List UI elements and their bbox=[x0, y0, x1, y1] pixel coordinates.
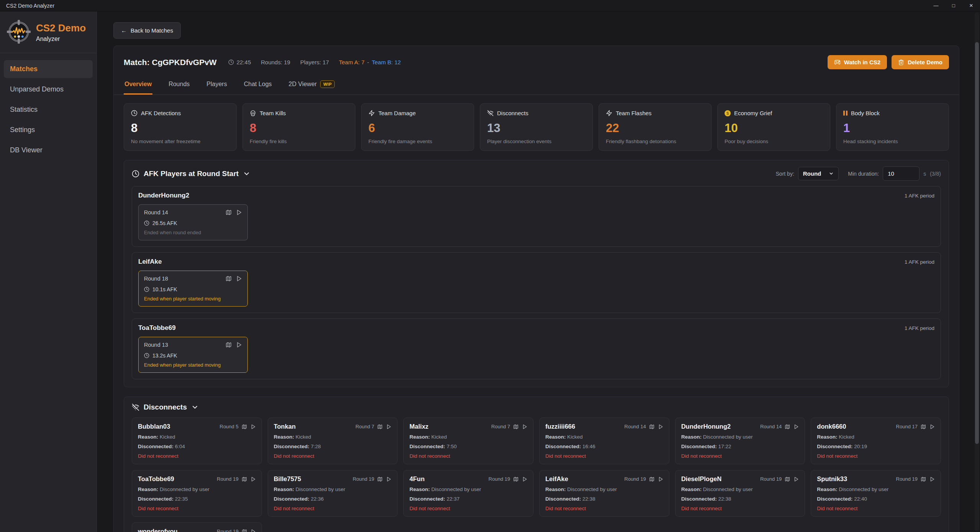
watch-button-label: Watch in CS2 bbox=[844, 59, 880, 65]
play-icon[interactable] bbox=[236, 276, 242, 282]
match-duration: 22:45 bbox=[228, 59, 251, 65]
watch-in-cs2-button[interactable]: Watch in CS2 bbox=[828, 55, 887, 69]
tab-bar: Overview Rounds Players Chat Logs 2D Vie… bbox=[114, 75, 959, 95]
map-icon[interactable] bbox=[377, 477, 383, 482]
afk-ended-reason: Ended when round ended bbox=[144, 230, 242, 235]
map-icon[interactable] bbox=[242, 529, 247, 532]
delete-button-label: Delete Demo bbox=[908, 59, 942, 65]
wip-badge: WIP bbox=[320, 80, 335, 88]
map-icon[interactable] bbox=[921, 424, 926, 429]
afk-section-title-wrap[interactable]: AFK Players at Round Start bbox=[132, 170, 776, 178]
play-icon[interactable] bbox=[929, 424, 935, 429]
disconnect-card: DunderHonung2 Round 14 Reason: Disconnec… bbox=[675, 418, 805, 464]
map-icon[interactable] bbox=[921, 477, 926, 482]
afk-player-name: ToaTobbe69 bbox=[138, 324, 176, 332]
play-icon[interactable] bbox=[658, 477, 663, 482]
disconnect-player-name: fuzziiii666 bbox=[545, 423, 621, 430]
disconnect-player-name: Tonkan bbox=[274, 423, 353, 430]
afk-period-card: Round 14 26.5s AFK bbox=[138, 204, 248, 240]
back-to-matches-button[interactable]: ← Back to Matches bbox=[113, 22, 181, 39]
disconnect-time: Disconnected: 7:50 bbox=[409, 444, 527, 449]
disconnect-reason: Reason: Kicked bbox=[138, 434, 256, 440]
disconnect-player-name: DunderHonung2 bbox=[681, 423, 757, 430]
map-icon[interactable] bbox=[226, 276, 232, 282]
play-icon[interactable] bbox=[793, 477, 799, 482]
play-icon[interactable] bbox=[386, 477, 391, 482]
map-icon[interactable] bbox=[226, 342, 232, 348]
map-icon[interactable] bbox=[242, 424, 247, 429]
afk-group: ToaTobbe69 1 AFK period Round 13 bbox=[132, 318, 941, 379]
disconnect-status: Did not reconnect bbox=[409, 453, 527, 459]
disconnect-card: DieselPlogeN Round 19 Reason: Disconnect… bbox=[675, 470, 805, 517]
disconnect-player-name: Sputnik33 bbox=[817, 475, 893, 483]
tab-players[interactable]: Players bbox=[206, 75, 227, 95]
disconnects-section-title-wrap[interactable]: Disconnects bbox=[132, 403, 941, 411]
disconnect-card: donk6660 Round 17 Reason: Kicked Disconn… bbox=[811, 418, 941, 464]
sidebar-item-settings[interactable]: Settings bbox=[4, 121, 93, 139]
map-icon[interactable] bbox=[649, 477, 654, 482]
disconnect-round: Round 14 bbox=[624, 424, 646, 429]
afk-controls: Sort by: Round Min duration: s (3/8) bbox=[776, 166, 941, 181]
stats-grid: AFK Detections 8 No movement after freez… bbox=[124, 103, 949, 151]
sidebar-item-statistics[interactable]: Statistics bbox=[4, 101, 93, 119]
play-icon[interactable] bbox=[236, 342, 242, 348]
map-icon[interactable] bbox=[513, 424, 519, 429]
sort-select[interactable]: Round bbox=[798, 167, 839, 180]
close-icon[interactable]: ✕ bbox=[962, 0, 980, 11]
play-icon[interactable] bbox=[929, 477, 935, 482]
map-icon[interactable] bbox=[785, 424, 790, 429]
afk-group: DunderHonung2 1 AFK period Round 14 bbox=[132, 186, 941, 247]
map-icon[interactable] bbox=[377, 424, 383, 429]
play-icon[interactable] bbox=[250, 477, 256, 482]
disconnect-round: Round 17 bbox=[896, 424, 918, 429]
min-duration-input[interactable] bbox=[883, 166, 919, 181]
chevron-down-icon bbox=[191, 403, 199, 411]
sidebar-item-unparsed-demos[interactable]: Unparsed Demos bbox=[4, 80, 93, 98]
map-icon[interactable] bbox=[513, 477, 519, 482]
stat-label: Body Block bbox=[851, 110, 880, 116]
play-icon[interactable] bbox=[658, 424, 663, 429]
disconnect-reason: Reason: Disconnected by user bbox=[138, 486, 256, 492]
play-icon[interactable] bbox=[793, 424, 799, 429]
play-icon[interactable] bbox=[522, 424, 527, 429]
disconnect-round: Round 14 bbox=[760, 424, 782, 429]
disconnect-reason: Reason: Kicked bbox=[409, 434, 527, 440]
main-content: ← Back to Matches Match: CgGPKDfvGPvW 22… bbox=[97, 11, 980, 532]
play-icon[interactable] bbox=[250, 529, 256, 532]
play-icon[interactable] bbox=[522, 477, 527, 482]
minimize-icon[interactable]: — bbox=[927, 0, 945, 11]
tab-overview[interactable]: Overview bbox=[124, 75, 152, 95]
stat-label: Team Flashes bbox=[616, 110, 651, 116]
scrollbar-thumb[interactable] bbox=[975, 42, 979, 444]
maximize-icon[interactable]: □ bbox=[945, 0, 962, 11]
wifi-off-icon bbox=[487, 110, 494, 116]
tab-chat-logs[interactable]: Chat Logs bbox=[243, 75, 273, 95]
disconnect-card: ToaTobbe69 Round 19 Reason: Disconnected… bbox=[132, 470, 262, 517]
match-title: Match: CgGPKDfvGPvW bbox=[124, 58, 217, 67]
play-icon[interactable] bbox=[250, 424, 256, 429]
disconnect-round: Round 19 bbox=[760, 476, 782, 482]
disconnect-status: Did not reconnect bbox=[274, 453, 392, 459]
disconnect-grid: Bubblan03 Round 5 Reason: Kicked Disconn… bbox=[132, 418, 941, 532]
stat-value: 1 bbox=[843, 121, 942, 135]
map-icon[interactable] bbox=[242, 477, 247, 482]
stat-label: Disconnects bbox=[497, 110, 528, 116]
vertical-scrollbar[interactable] bbox=[975, 12, 979, 531]
tab-rounds[interactable]: Rounds bbox=[168, 75, 190, 95]
logo-subtitle: Analyzer bbox=[36, 36, 86, 42]
sidebar-item-matches[interactable]: Matches bbox=[4, 60, 93, 78]
disconnect-card: Tonkan Round 7 Reason: Kicked Disconnect… bbox=[268, 418, 398, 464]
map-icon[interactable] bbox=[649, 424, 654, 429]
window-title: CS2 Demo Analyzer bbox=[0, 3, 54, 9]
tab-2d-viewer[interactable]: 2D Viewer WIP bbox=[288, 75, 336, 95]
delete-demo-button[interactable]: Delete Demo bbox=[892, 55, 949, 69]
map-icon[interactable] bbox=[785, 477, 790, 482]
stat-desc: Player disconnection events bbox=[487, 139, 586, 144]
play-icon[interactable] bbox=[386, 424, 391, 429]
play-icon[interactable] bbox=[236, 209, 242, 215]
disconnect-reason: Reason: Kicked bbox=[817, 434, 935, 440]
disconnects-section: Disconnects Bubblan03 Round 5 bbox=[124, 397, 949, 532]
sidebar-item-db-viewer[interactable]: DB Viewer bbox=[4, 141, 93, 159]
chevron-down-icon bbox=[243, 170, 250, 178]
map-icon[interactable] bbox=[226, 209, 232, 215]
